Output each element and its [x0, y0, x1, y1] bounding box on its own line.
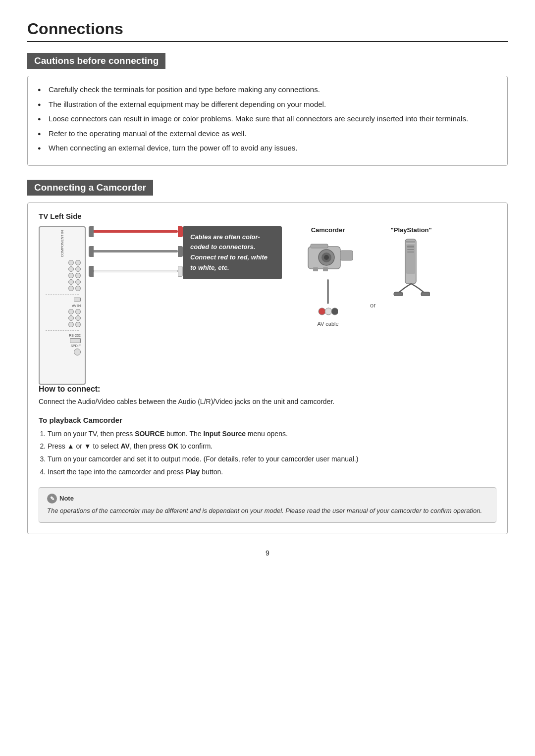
- tv-panel-illustration: COMPONENT IN: [39, 226, 86, 385]
- svg-rect-16: [407, 252, 414, 252]
- svg-rect-17: [394, 292, 403, 296]
- svg-rect-18: [421, 292, 430, 296]
- how-to-connect-title: How to connect:: [39, 385, 496, 394]
- svg-rect-5: [311, 244, 328, 248]
- svg-point-3: [324, 255, 329, 260]
- tv-left-side-label: TV Left Side: [39, 212, 496, 220]
- caution-item-5: When connecting an external device, turn…: [38, 143, 497, 154]
- connecting-box: TV Left Side COMPONENT IN: [27, 202, 508, 534]
- caution-item-1: Carefully check the terminals for positi…: [38, 84, 497, 96]
- note-label: ✎ Note: [47, 494, 74, 504]
- playback-step-4: Insert the tape into the camcorder and p…: [48, 466, 496, 478]
- page-number: 9: [27, 549, 508, 557]
- connecting-section: Connecting a Camcorder TV Left Side COMP…: [27, 180, 508, 534]
- caution-item-4: Refer to the operating manual of the ext…: [38, 128, 497, 140]
- svg-point-8: [319, 308, 325, 315]
- playstation-icon: [393, 237, 430, 296]
- how-to-connect: How to connect: Connect the Audio/Video …: [39, 385, 496, 407]
- svg-rect-15: [407, 249, 414, 250]
- av-cable-label: AV cable: [317, 321, 338, 327]
- camcorder-label: Camcorder: [311, 226, 345, 234]
- caution-item-2: The illustration of the external equipme…: [38, 99, 497, 110]
- svg-rect-4: [340, 251, 353, 260]
- av-cables: [89, 226, 183, 277]
- svg-rect-6: [313, 267, 318, 271]
- camcorder-device: Camcorder AV cabl: [301, 226, 355, 327]
- playback-step-2: Press ▲ or ▼ to select AV, then press OK…: [48, 441, 496, 453]
- svg-rect-12: [406, 241, 415, 243]
- note-icon: ✎: [47, 494, 57, 504]
- playback-steps-list: Turn on your TV, then press SOURCE butto…: [48, 428, 496, 478]
- svg-rect-7: [323, 267, 328, 271]
- rca-plugs-icon: [318, 307, 338, 316]
- playback-step-1: Turn on your TV, then press SOURCE butto…: [48, 428, 496, 440]
- cautions-header: Cautions before connecting: [27, 53, 165, 69]
- playstation-device: "PlayStation": [391, 226, 432, 296]
- cautions-box: Carefully check the terminals for positi…: [27, 76, 508, 166]
- note-box: ✎ Note The operations of the camcorder m…: [39, 487, 496, 523]
- or-separator: or: [370, 302, 376, 309]
- callout-box: Cables are often color-coded to connecto…: [183, 226, 282, 279]
- to-playback-title: To playback Camcorder: [39, 416, 496, 424]
- to-playback-section: To playback Camcorder Turn on your TV, t…: [39, 416, 496, 478]
- svg-point-9: [325, 308, 332, 315]
- svg-rect-13: [406, 244, 415, 274]
- cautions-section: Cautions before connecting Carefully che…: [27, 53, 508, 166]
- caution-item-3: Loose connectors can result in image or …: [38, 113, 497, 125]
- playstation-label: "PlayStation": [391, 226, 432, 234]
- connection-diagram: COMPONENT IN: [39, 226, 496, 385]
- playback-step-3: Turn on your camcorder and set it to out…: [48, 454, 496, 465]
- svg-point-10: [331, 308, 338, 315]
- connecting-header: Connecting a Camcorder: [27, 180, 153, 196]
- callout-text: Cables are often color-coded to connecto…: [190, 233, 268, 271]
- svg-rect-14: [407, 246, 414, 248]
- camcorder-icon: [301, 237, 355, 276]
- page-title: Connections: [27, 20, 508, 42]
- how-to-connect-text: Connect the Audio/Video cables between t…: [39, 397, 496, 407]
- cautions-list: Carefully check the terminals for positi…: [38, 84, 497, 154]
- note-text: The operations of the camcorder may be d…: [47, 506, 488, 516]
